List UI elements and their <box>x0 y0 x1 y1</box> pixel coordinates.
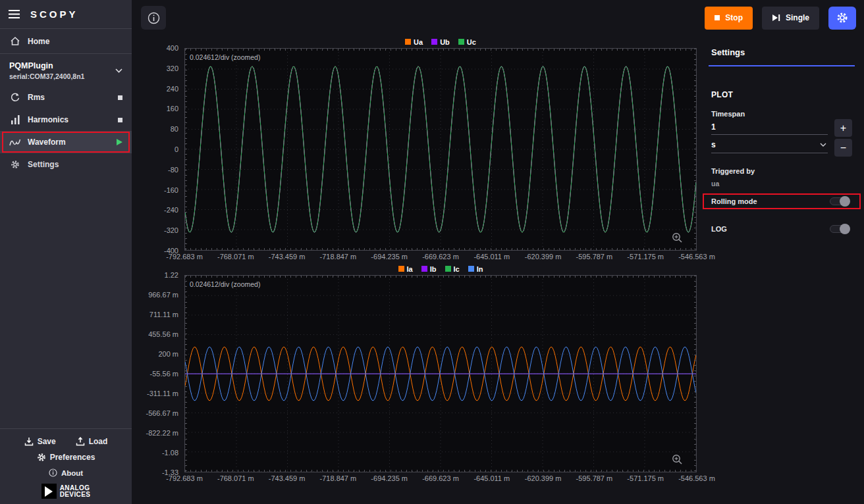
timespan-decrement-button[interactable]: − <box>834 139 852 157</box>
preferences-button[interactable]: Preferences <box>37 453 95 462</box>
stop-button[interactable]: Stop <box>705 7 753 30</box>
scopy-logo: SCOPY <box>30 9 78 20</box>
timespan-increment-button[interactable]: + <box>834 119 852 137</box>
x-tick-label: -595.787 m <box>576 474 613 482</box>
y-tick-label: -822.22 m <box>146 429 178 437</box>
legend-swatch-icon <box>458 39 464 45</box>
current-legend: IaIbIcIn <box>184 263 697 275</box>
timespan-input[interactable] <box>711 119 828 135</box>
x-tick-label: -792.683 m <box>166 253 203 261</box>
x-tick-label: -595.787 m <box>576 253 613 261</box>
legend-item-uc[interactable]: Uc <box>458 38 476 46</box>
sidebar-header: SCOPY <box>0 0 132 29</box>
sidebar-item-settings[interactable]: Settings <box>0 153 132 176</box>
x-tick-label: -645.011 m <box>473 474 510 482</box>
y-tick-label: 160 <box>167 105 178 113</box>
x-tick-label: -718.847 m <box>320 253 357 261</box>
y-tick-label: -80 <box>168 166 178 174</box>
harmonics-stop-indicator[interactable] <box>118 118 122 122</box>
legend-item-ic[interactable]: Ic <box>445 265 460 273</box>
single-run-icon <box>772 14 780 22</box>
x-tick-label: -571.175 m <box>627 474 664 482</box>
waveform-run-indicator[interactable] <box>117 139 122 145</box>
rolling-mode-row: Rolling mode <box>711 197 852 205</box>
legend-swatch-icon <box>398 266 404 272</box>
stop-label: Stop <box>725 13 743 22</box>
rolling-mode-label: Rolling mode <box>711 197 757 205</box>
legend-swatch-icon <box>445 266 451 272</box>
voltage-y-axis-labels: 400320240160800-80-160-240-320-400 <box>138 48 184 251</box>
sidebar-item-rms[interactable]: Rms <box>0 86 132 109</box>
save-icon <box>24 437 34 446</box>
gear-icon <box>9 160 21 169</box>
home-icon <box>9 36 21 46</box>
toolbar: Stop Single <box>132 0 864 36</box>
legend-label: Ib <box>430 265 437 273</box>
timespan-unit-select[interactable]: s <box>711 135 828 153</box>
load-button[interactable]: Load <box>76 437 108 446</box>
log-toggle[interactable] <box>830 225 850 233</box>
hamburger-menu-icon[interactable] <box>9 10 20 18</box>
gear-icon <box>836 12 848 24</box>
zoom-magnifier-icon[interactable] <box>672 454 683 465</box>
waveform-highlight-rectangle <box>2 132 130 153</box>
plot-section-title: PLOT <box>711 90 852 99</box>
legend-item-ub[interactable]: Ub <box>431 38 450 46</box>
save-button[interactable]: Save <box>24 437 56 446</box>
legend-swatch-icon <box>431 39 437 45</box>
rolling-mode-toggle[interactable] <box>830 197 850 205</box>
x-tick-label: -669.623 m <box>422 474 459 482</box>
legend-item-ib[interactable]: Ib <box>421 265 437 273</box>
adi-brand-line2: DEVICES <box>60 491 91 498</box>
y-tick-label: 711.11 m <box>149 311 178 318</box>
settings-panel-title: Settings <box>711 38 852 65</box>
charts-area: UaUbUc 400320240160800-80-160-240-320-40… <box>132 36 701 504</box>
legend-label: Ia <box>407 265 413 273</box>
legend-label: Uc <box>467 38 476 46</box>
settings-gear-button[interactable] <box>828 7 856 30</box>
timespan-label: Timespan <box>711 110 852 118</box>
voltage-x-axis-labels: -792.683 m-768.071 m-743.459 m-718.847 m… <box>184 251 697 263</box>
legend-item-ua[interactable]: Ua <box>405 38 423 46</box>
x-tick-label: -743.459 m <box>269 474 306 482</box>
info-button[interactable] <box>141 6 166 30</box>
waveform-icon <box>9 138 21 147</box>
y-tick-label: -311.11 m <box>147 390 178 397</box>
y-tick-label: 1.22 <box>165 271 178 279</box>
current-plot[interactable]: 0.024612/div (zoomed) <box>184 275 697 472</box>
stop-icon <box>715 15 720 20</box>
plugin-detail: serial:COM37,2400,8n1 <box>9 72 84 80</box>
x-tick-label: -645.011 m <box>473 253 510 261</box>
legend-label: In <box>477 265 483 273</box>
sidebar-item-waveform[interactable]: Waveform <box>0 131 132 153</box>
rms-stop-indicator[interactable] <box>118 95 122 100</box>
sidebar-item-label: Settings <box>28 160 59 169</box>
y-tick-label: 966.67 m <box>148 291 178 299</box>
voltage-plot[interactable]: 0.024612/div (zoomed) <box>184 48 697 251</box>
analog-devices-logo[interactable]: ANALOG DEVICES <box>41 484 91 499</box>
y-tick-label: 200 m <box>158 350 178 358</box>
plot-canvas[interactable] <box>185 276 696 472</box>
chevron-down-icon[interactable] <box>115 68 122 73</box>
legend-label: Ua <box>414 38 423 46</box>
plot-canvas[interactable] <box>185 49 696 250</box>
chevron-down-icon <box>820 143 826 147</box>
log-row: LOG <box>711 225 852 233</box>
voltage-chart: UaUbUc 400320240160800-80-160-240-320-40… <box>138 36 697 263</box>
sidebar-item-harmonics[interactable]: Harmonics <box>0 109 132 131</box>
settings-panel: Settings PLOT Timespan s + − <box>701 36 864 504</box>
legend-item-ia[interactable]: Ia <box>398 265 413 273</box>
sidebar-item-pqmplugin[interactable]: PQMPlugin serial:COM37,2400,8n1 <box>0 54 132 86</box>
sidebar: SCOPY Home PQMPlugin serial:COM37,2400,8… <box>0 0 132 504</box>
triggered-by-value[interactable]: ua <box>711 180 852 188</box>
legend-item-in[interactable]: In <box>468 265 483 273</box>
single-button[interactable]: Single <box>762 7 819 30</box>
scale-annotation: 0.024612/div (zoomed) <box>190 53 260 61</box>
adi-triangle-icon <box>41 484 57 499</box>
about-button[interactable]: About <box>49 468 83 477</box>
load-icon <box>76 437 85 446</box>
zoom-magnifier-icon[interactable] <box>672 232 683 243</box>
trace-ua <box>185 66 696 232</box>
plugin-info: PQMPlugin serial:COM37,2400,8n1 <box>9 61 84 80</box>
sidebar-item-home[interactable]: Home <box>0 29 132 54</box>
